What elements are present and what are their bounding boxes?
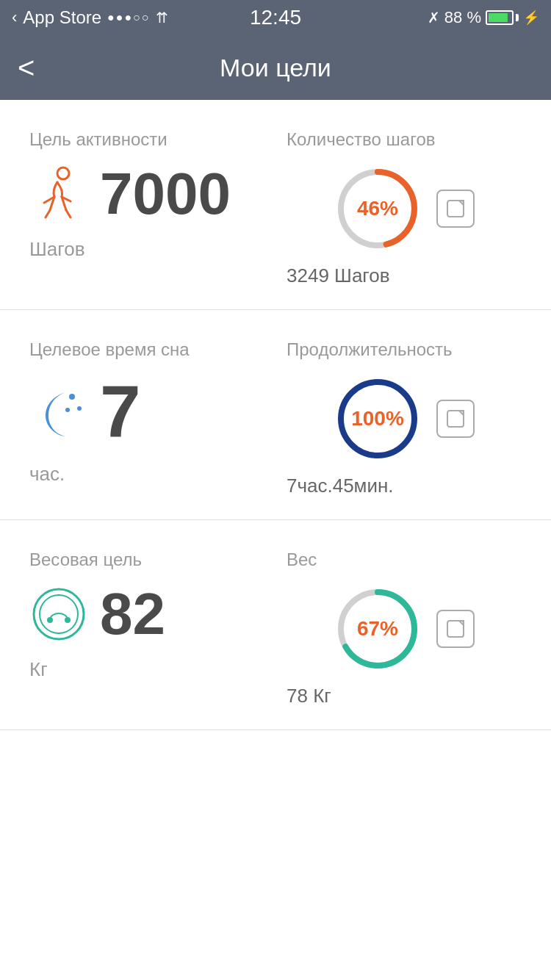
sleep-goal-right: Продолжительность 100% bbox=[287, 339, 522, 497]
carrier-label: App Store bbox=[23, 7, 101, 28]
weight-right-content: 67% bbox=[334, 585, 475, 673]
svg-point-6 bbox=[65, 408, 70, 412]
battery-icon bbox=[486, 10, 519, 25]
sleep-section: Целевое время сна 7 час. Продолжительнос… bbox=[0, 310, 551, 519]
activity-value: 7000 bbox=[100, 165, 231, 223]
weight-icon-area: 82 bbox=[29, 585, 165, 644]
back-arrow-status: ‹ bbox=[12, 8, 17, 27]
weight-goal-left: Весовая цель 82 Кг bbox=[29, 550, 264, 681]
bluetooth-icon: ✗ bbox=[428, 9, 440, 26]
status-right: ✗ 88 % ⚡ bbox=[428, 8, 539, 27]
activity-count-label: Количество шагов bbox=[287, 129, 435, 150]
weight-goal-right: Вес 67% bbox=[287, 550, 522, 707]
svg-point-0 bbox=[57, 167, 69, 179]
sleep-duration-label: Продолжительность bbox=[287, 339, 453, 360]
status-left: ‹ App Store ●●●○○ ⇈ bbox=[12, 7, 168, 28]
activity-goal-left: Цель активности 7000 Шагов bbox=[29, 129, 264, 261]
weight-edit-button[interactable] bbox=[436, 610, 475, 648]
sleep-icon-area: 7 bbox=[29, 375, 141, 448]
activity-row: Цель активности 7000 Шагов bbox=[29, 129, 522, 287]
sleep-percent: 100% bbox=[351, 407, 404, 430]
weight-label: Весовая цель bbox=[29, 550, 142, 570]
battery-percent: 88 % bbox=[444, 8, 481, 27]
weight-unit: Кг bbox=[29, 658, 48, 681]
weight-section: Весовая цель 82 Кг Вес bbox=[0, 520, 551, 729]
svg-point-4 bbox=[69, 394, 75, 400]
weight-percent: 67% bbox=[357, 617, 398, 641]
sleep-unit: час. bbox=[29, 463, 65, 486]
sleep-sub: 7час.45мин. bbox=[287, 475, 394, 497]
main-content: Цель активности 7000 Шагов bbox=[0, 100, 551, 730]
charging-icon: ⚡ bbox=[523, 10, 539, 26]
weight-value: 82 bbox=[100, 585, 165, 644]
activity-unit: Шагов bbox=[29, 238, 84, 261]
walk-icon bbox=[29, 165, 88, 223]
sleep-goal-left: Целевое время сна 7 час. bbox=[29, 339, 264, 486]
wifi-icon: ⇈ bbox=[156, 9, 168, 26]
activity-sub: 3249 Шагов bbox=[287, 264, 390, 287]
sleep-label: Целевое время сна bbox=[29, 339, 190, 360]
sleep-edit-button[interactable] bbox=[436, 400, 475, 438]
sleep-circle: 100% bbox=[334, 375, 422, 463]
status-time: 12:45 bbox=[250, 6, 301, 29]
nav-bar: < Мои цели bbox=[0, 35, 551, 100]
sleep-row: Целевое время сна 7 час. Продолжительнос… bbox=[29, 339, 522, 497]
svg-point-5 bbox=[77, 406, 82, 411]
scale-icon bbox=[29, 585, 88, 644]
back-button[interactable]: < bbox=[18, 51, 35, 84]
sleep-value: 7 bbox=[100, 375, 141, 448]
activity-percent: 46% bbox=[357, 197, 398, 220]
weight-circle: 67% bbox=[334, 585, 422, 673]
activity-goal-right: Количество шагов 46% bbox=[287, 129, 522, 287]
weight-current-label: Вес bbox=[287, 550, 317, 570]
activity-right-content: 46% bbox=[334, 165, 475, 253]
weight-sub: 78 Кг bbox=[287, 685, 331, 707]
status-bar: ‹ App Store ●●●○○ ⇈ 12:45 ✗ 88 % ⚡ bbox=[0, 0, 551, 35]
divider-3 bbox=[0, 729, 551, 730]
sleep-right-content: 100% bbox=[334, 375, 475, 463]
activity-edit-button[interactable] bbox=[436, 190, 475, 228]
moon-icon bbox=[29, 382, 88, 441]
activity-icon-area: 7000 bbox=[29, 165, 231, 223]
signal-dots: ●●●○○ bbox=[107, 11, 150, 24]
activity-label: Цель активности bbox=[29, 129, 168, 150]
page-title: Мои цели bbox=[220, 54, 331, 82]
activity-section: Цель активности 7000 Шагов bbox=[0, 100, 551, 309]
weight-row: Весовая цель 82 Кг Вес bbox=[29, 550, 522, 707]
activity-circle: 46% bbox=[334, 165, 422, 253]
